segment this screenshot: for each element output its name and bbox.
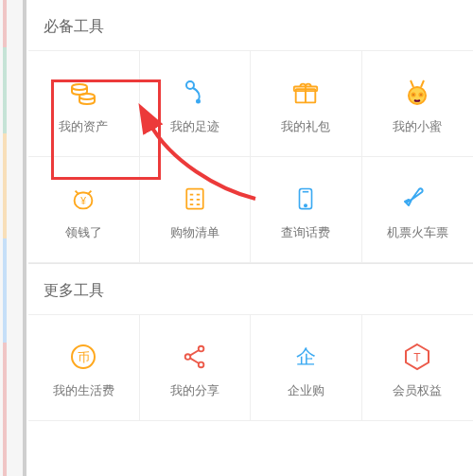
app-screen: 必备工具 我的资产 我的足迹 我的礼包 <box>0 0 473 476</box>
tool-label: 我的资产 <box>59 118 108 135</box>
gift-icon <box>289 77 322 109</box>
svg-point-8 <box>420 93 423 96</box>
tool-label: 购物清单 <box>170 224 219 241</box>
tool-label: 我的生活费 <box>53 382 114 399</box>
bee-icon <box>401 77 433 109</box>
tool-flight-train[interactable]: 机票火车票 <box>362 157 474 263</box>
svg-text:¥: ¥ <box>79 195 86 205</box>
tool-my-xiaomi[interactable]: 我的小蜜 <box>362 51 474 157</box>
svg-text:币: 币 <box>78 350 90 364</box>
tool-member-rights[interactable]: T 会员权益 <box>362 315 474 421</box>
svg-rect-11 <box>186 188 203 208</box>
more-tools-grid: 币 我的生活费 我的分享 企 企业购 T 会员权益 <box>28 314 473 421</box>
svg-point-7 <box>412 93 415 96</box>
enterprise-icon: 企 <box>289 341 322 373</box>
tool-shopping-list[interactable]: 购物清单 <box>140 157 252 263</box>
tool-label: 会员权益 <box>393 382 442 399</box>
cat-coin-icon: ¥ <box>67 183 99 215</box>
svg-point-0 <box>72 84 87 90</box>
content: 必备工具 我的资产 我的足迹 我的礼包 <box>28 0 473 421</box>
footprint-icon <box>179 77 211 109</box>
tool-living-expense[interactable]: 币 我的生活费 <box>28 315 140 421</box>
tool-label: 我的足迹 <box>170 118 219 135</box>
svg-text:T: T <box>414 351 422 364</box>
tool-label: 我的小蜜 <box>393 118 442 135</box>
svg-point-13 <box>305 204 307 206</box>
share-icon <box>179 341 211 373</box>
tool-label: 我的分享 <box>170 382 219 399</box>
tool-phone-bill[interactable]: 查询话费 <box>251 157 362 263</box>
svg-point-16 <box>184 354 190 360</box>
svg-point-18 <box>199 361 204 367</box>
coin-bi-icon: 币 <box>67 341 99 373</box>
member-icon: T <box>401 341 433 373</box>
tool-get-money[interactable]: ¥ 领钱了 <box>28 157 140 263</box>
tool-my-footprint[interactable]: 我的足迹 <box>140 51 252 157</box>
coins-icon <box>67 77 99 109</box>
tool-label: 企业购 <box>288 382 324 399</box>
plane-icon <box>401 183 433 215</box>
svg-point-17 <box>199 345 204 351</box>
essential-tools-grid: 我的资产 我的足迹 我的礼包 我的小蜜 <box>28 50 473 263</box>
tool-label: 我的礼包 <box>281 118 330 135</box>
tool-label: 查询话费 <box>281 224 330 241</box>
tool-label: 领钱了 <box>65 224 102 241</box>
svg-text:企: 企 <box>296 344 316 366</box>
section-title-more: 更多工具 <box>28 263 473 314</box>
tool-my-assets[interactable]: 我的资产 <box>28 51 140 157</box>
left-edge-decoration <box>0 0 23 476</box>
phone-bill-icon <box>289 183 322 215</box>
checklist-icon <box>179 183 211 215</box>
tool-my-giftpack[interactable]: 我的礼包 <box>251 51 362 157</box>
tool-my-share[interactable]: 我的分享 <box>140 315 252 421</box>
tool-label: 机票火车票 <box>387 224 448 241</box>
section-title-essential: 必备工具 <box>28 0 473 50</box>
svg-point-1 <box>79 94 95 99</box>
tool-enterprise-buy[interactable]: 企 企业购 <box>251 315 362 421</box>
svg-point-3 <box>197 99 200 102</box>
